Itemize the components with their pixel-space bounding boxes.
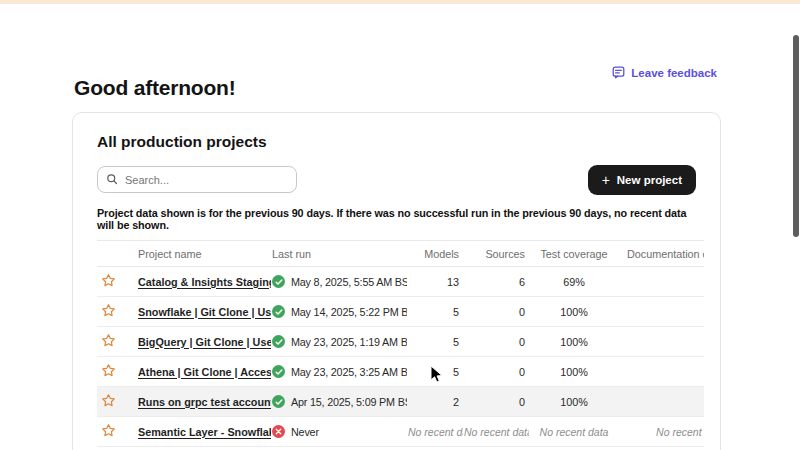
cell-models: 5: [407, 327, 463, 357]
card-title: All production projects: [97, 133, 696, 151]
favorite-star-icon[interactable]: [101, 363, 116, 380]
new-project-button[interactable]: + New project: [588, 165, 696, 195]
run-status-icon: [272, 335, 285, 348]
table-header-row: Project name Last run Models Sources Tes…: [97, 241, 704, 267]
cell-sources: 0: [463, 357, 529, 387]
cell-test: No recent data: [529, 417, 619, 447]
cell-doc: [619, 387, 704, 417]
run-status-icon: [272, 275, 285, 288]
search-input[interactable]: [125, 174, 288, 186]
cell-sources: 0: [463, 297, 529, 327]
column-header-project-name[interactable]: Project name: [137, 241, 271, 267]
table-row[interactable]: Catalog & Insights Staging... May 8, 202…: [97, 267, 704, 297]
cell-models: No recent data: [407, 447, 463, 450]
page-title: Good afternoon!: [74, 76, 235, 100]
table-row[interactable]: BigQuery | Git Clone | User... May 23, 2…: [97, 327, 704, 357]
favorite-star-icon[interactable]: [101, 333, 116, 350]
projects-table-container: Project name Last run Models Sources Tes…: [97, 240, 704, 450]
cell-doc: No recent data: [619, 447, 704, 450]
leave-feedback-label: Leave feedback: [631, 67, 717, 79]
last-run-text: May 23, 2025, 3:25 AM B: [291, 366, 407, 378]
cell-test: No recent data: [529, 447, 619, 450]
cell-models: 13: [407, 267, 463, 297]
project-name-link[interactable]: Runs on grpc test account: [138, 396, 271, 408]
column-header-models[interactable]: Models: [407, 241, 463, 267]
cell-test: 100%: [529, 357, 619, 387]
projects-table-body: Catalog & Insights Staging... May 8, 202…: [97, 267, 704, 450]
favorite-star-icon[interactable]: [101, 273, 116, 290]
column-header-star: [97, 241, 137, 267]
favorite-star-icon[interactable]: [101, 303, 116, 320]
cell-doc: [619, 297, 704, 327]
cell-sources: 0: [463, 327, 529, 357]
column-header-test-coverage[interactable]: Test coverage: [529, 241, 619, 267]
new-project-label: New project: [617, 174, 682, 186]
cell-doc: [619, 357, 704, 387]
cell-doc: [619, 267, 704, 297]
column-header-documentation-coverage[interactable]: Documentation coverage: [619, 241, 704, 267]
column-header-sources[interactable]: Sources: [463, 241, 529, 267]
cell-doc: [619, 327, 704, 357]
table-row[interactable]: Snowflake | Git Clone | Key... Never No …: [97, 447, 704, 450]
cell-models: 5: [407, 297, 463, 327]
favorite-star-icon[interactable]: [101, 393, 116, 410]
run-status-icon: [272, 305, 285, 318]
data-range-notice: Project data shown is for the previous 9…: [97, 207, 696, 231]
project-name-link[interactable]: Snowflake | Git Clone | Use...: [138, 306, 271, 318]
cell-models: No recent data: [407, 417, 463, 447]
cell-models: 5: [407, 357, 463, 387]
cell-test: 100%: [529, 387, 619, 417]
search-icon: [106, 171, 125, 189]
table-row[interactable]: Semantic Layer - Snowflake Never No rece…: [97, 417, 704, 447]
table-row[interactable]: Athena | Git Clone | Acces... May 23, 20…: [97, 357, 704, 387]
project-name-link[interactable]: Catalog & Insights Staging...: [138, 276, 271, 288]
project-name-link[interactable]: BigQuery | Git Clone | User...: [138, 336, 271, 348]
cell-sources: 6: [463, 267, 529, 297]
cell-test: 100%: [529, 297, 619, 327]
cell-models: 2: [407, 387, 463, 417]
favorite-star-icon[interactable]: [101, 423, 116, 440]
cell-sources: No recent data: [463, 447, 529, 450]
run-status-icon: [272, 365, 285, 378]
table-row[interactable]: Snowflake | Git Clone | Use... May 14, 2…: [97, 297, 704, 327]
project-name-link[interactable]: Semantic Layer - Snowflake: [138, 426, 271, 438]
search-box[interactable]: [97, 166, 297, 193]
plus-icon: +: [602, 173, 610, 187]
last-run-text: May 8, 2025, 5:55 AM BS: [291, 276, 407, 288]
run-status-icon: [272, 425, 285, 438]
table-row[interactable]: Runs on grpc test account Apr 15, 2025, …: [97, 387, 704, 417]
vertical-scrollbar[interactable]: [793, 35, 799, 237]
cell-sources: 0: [463, 387, 529, 417]
top-accent-strip: [0, 0, 800, 4]
run-status-icon: [272, 395, 285, 408]
cell-doc: No recent data: [619, 417, 704, 447]
feedback-icon: [612, 66, 625, 79]
project-name-link[interactable]: Athena | Git Clone | Acces...: [138, 366, 271, 378]
last-run-text: May 23, 2025, 1:19 AM BS: [291, 336, 407, 348]
last-run-text: Apr 15, 2025, 5:09 PM BS: [291, 396, 407, 408]
cell-test: 100%: [529, 327, 619, 357]
cell-sources: No recent data: [463, 417, 529, 447]
projects-card: All production projects + New project Pr…: [72, 112, 721, 450]
column-header-last-run[interactable]: Last run: [271, 241, 407, 267]
last-run-text: May 14, 2025, 5:22 PM BS: [291, 306, 407, 318]
leave-feedback-link[interactable]: Leave feedback: [612, 66, 717, 79]
projects-table: Project name Last run Models Sources Tes…: [97, 240, 704, 450]
last-run-text: Never: [291, 426, 319, 438]
cell-test: 69%: [529, 267, 619, 297]
